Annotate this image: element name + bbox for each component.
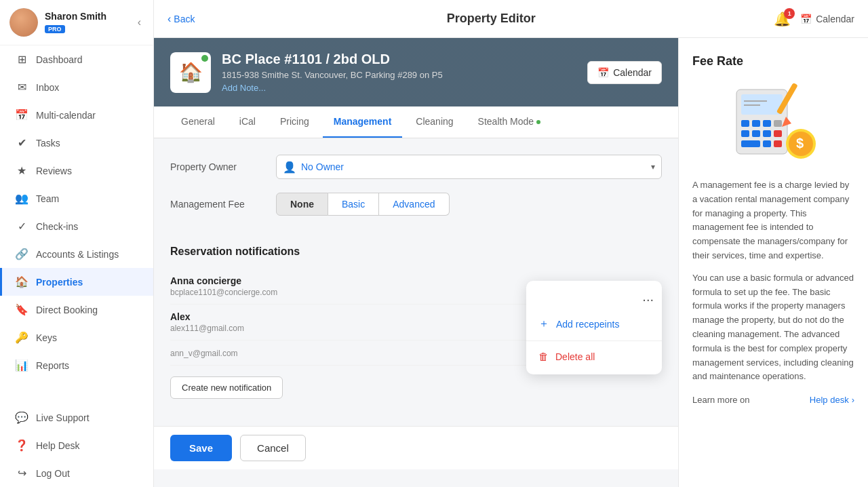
svg-rect-11 (763, 140, 771, 147)
delete-all-item[interactable]: 🗑 Delete all (526, 344, 662, 369)
pro-badge: PRO (45, 25, 65, 33)
sidebar-item-label: Inbox (36, 82, 59, 93)
tab-stealth-mode[interactable]: Stealth Mode (467, 106, 552, 138)
sidebar-item-dashboard[interactable]: ⊞Dashboard (0, 45, 153, 73)
svg-rect-3 (752, 120, 760, 127)
sidebar-item-help-desk[interactable]: ❓Help Desk (0, 431, 153, 459)
direct-booking-icon: 🔖 (14, 303, 29, 316)
property-header: 🏠 BC Place #1101 / 2bd OLD 1815-938 Smit… (154, 38, 678, 106)
fee-btn-none[interactable]: None (276, 193, 328, 216)
sidebar-item-label: Accounts & Listings (36, 249, 119, 260)
nav-items: ⊞Dashboard✉Inbox📅Multi-calendar✔Tasks★Re… (0, 45, 153, 379)
sidebar-item-label: Reports (36, 360, 69, 371)
add-note-link[interactable]: Add Note... (222, 83, 576, 93)
reports-icon: 📊 (14, 359, 29, 372)
chevron-left-icon: ‹ (167, 13, 171, 25)
bottom-action-bar: Save Cancel (154, 426, 678, 469)
sidebar-item-log-out[interactable]: ↪Log Out (0, 459, 153, 487)
chevron-down-icon: ▾ (651, 162, 655, 172)
sidebar-item-multi-calendar[interactable]: 📅Multi-calendar (0, 101, 153, 129)
stealth-mode-dot (536, 120, 540, 124)
owner-label: Property Owner (170, 161, 265, 172)
tasks-icon: ✔ (14, 136, 29, 149)
inbox-icon: ✉ (14, 81, 29, 94)
tab-management[interactable]: Management (323, 106, 403, 138)
topbar: ‹ Back Property Editor 🔔 1 📅 Calendar (154, 0, 868, 38)
alex-name: Alex (170, 311, 542, 322)
sidebar-item-reports[interactable]: 📊Reports (0, 351, 153, 379)
dots-menu-button[interactable]: ··· (642, 292, 654, 307)
tab-ical[interactable]: iCal (229, 106, 267, 138)
log-out-icon: ↪ (14, 467, 29, 480)
help-desk-link[interactable]: Help desk › (810, 395, 854, 405)
alex-email: alex111@gmail.com (170, 324, 542, 333)
sidebar-item-team[interactable]: 👥Team (0, 184, 153, 212)
tab-pricing[interactable]: Pricing (269, 106, 320, 138)
live-support-icon: 💬 (14, 411, 29, 424)
topbar-actions: 🔔 1 📅 Calendar (774, 11, 854, 27)
sidebar-item-tasks[interactable]: ✔Tasks (0, 129, 153, 157)
sidebar-item-inbox[interactable]: ✉Inbox (0, 73, 153, 101)
keys-icon: 🔑 (14, 331, 29, 344)
dropdown-header: ··· (526, 286, 662, 310)
notif-user-ann: ann_v@gmail.com (170, 347, 542, 358)
properties-icon: 🏠 (14, 275, 29, 288)
multi-calendar-icon: 📅 (14, 109, 29, 121)
owner-select[interactable]: No Owner (276, 155, 662, 179)
fee-buttons: NoneBasicAdvanced (276, 193, 450, 216)
sidebar-item-check-ins[interactable]: ✓Check-ins (0, 212, 153, 240)
dropdown-divider (526, 340, 662, 341)
trash-icon: 🗑 (538, 351, 549, 362)
dropdown-popup: ··· ＋ Add recepeints 🗑 Delete all (526, 281, 662, 374)
property-editor: 🏠 BC Place #1101 / 2bd OLD 1815-938 Smit… (154, 38, 678, 487)
fee-btn-basic[interactable]: Basic (328, 193, 379, 216)
user-info: Sharon Smith PRO (45, 11, 135, 34)
notif-user-alex: Alex alex111@gmail.com (170, 311, 542, 333)
sidebar-item-label: Tasks (36, 138, 60, 149)
sidebar-item-properties[interactable]: 🏠Properties (0, 268, 153, 296)
sidebar-item-reviews[interactable]: ★Reviews (0, 157, 153, 184)
sidebar-item-label: Multi-calendar (36, 110, 96, 121)
ann-email: ann_v@gmail.com (170, 349, 542, 358)
sidebar-item-label: Help Desk (36, 440, 80, 451)
tab-general[interactable]: General (170, 106, 226, 138)
back-button[interactable]: ‹ Back (167, 13, 195, 25)
sidebar-item-label: Check-ins (36, 221, 78, 232)
help-desk-label: Help desk (810, 395, 849, 405)
svg-rect-12 (774, 140, 782, 147)
fee-rate-image: $ (692, 79, 854, 168)
svg-rect-10 (741, 140, 760, 147)
sidebar-item-label: Team (36, 193, 59, 204)
svg-text:$: $ (796, 136, 804, 151)
content-area: 🏠 BC Place #1101 / 2bd OLD 1815-938 Smit… (154, 38, 868, 487)
team-icon: 👥 (14, 192, 29, 205)
sidebar-item-keys[interactable]: 🔑Keys (0, 324, 153, 351)
calendar-icon-small: 📅 (597, 67, 609, 78)
save-button[interactable]: Save (170, 435, 232, 461)
add-recipients-item[interactable]: ＋ Add recepeints (526, 310, 662, 338)
create-notification-button[interactable]: Create new notification (170, 376, 283, 399)
sidebar-item-live-support[interactable]: 💬Live Support (0, 404, 153, 431)
property-icon-box: 🏠 (170, 52, 211, 93)
form-area: Property Owner 👤 No Owner ▾ Management F… (154, 138, 678, 246)
nav-bottom-items: 💬Live Support❓Help Desk↪Log Out (0, 404, 153, 487)
help-desk-icon: ❓ (14, 439, 29, 452)
dashboard-icon: ⊞ (14, 53, 29, 66)
cancel-button[interactable]: Cancel (240, 435, 306, 461)
property-name: BC Place #1101 / 2bd OLD (222, 52, 576, 67)
sidebar-collapse-button[interactable]: ‹ (135, 14, 144, 31)
sidebar-item-label: Live Support (36, 412, 90, 423)
property-info: BC Place #1101 / 2bd OLD 1815-938 Smithe… (222, 52, 576, 93)
sidebar-item-accounts-listings[interactable]: 🔗Accounts & Listings (0, 240, 153, 268)
property-calendar-button[interactable]: 📅 Calendar (587, 61, 662, 84)
fee-btn-advanced[interactable]: Advanced (379, 193, 449, 216)
plus-icon: ＋ (538, 317, 549, 331)
user-name: Sharon Smith (45, 11, 135, 22)
fee-rate-illustration: $ (726, 79, 821, 168)
fee-label: Management Fee (170, 199, 265, 210)
sidebar-item-direct-booking[interactable]: 🔖Direct Booking (0, 296, 153, 324)
topbar-calendar-button[interactable]: 📅 Calendar (800, 14, 854, 24)
tab-cleaning[interactable]: Cleaning (405, 106, 464, 138)
notification-section: Reservation notifications Anna concierge… (154, 246, 678, 426)
notification-button[interactable]: 🔔 1 (774, 11, 791, 27)
